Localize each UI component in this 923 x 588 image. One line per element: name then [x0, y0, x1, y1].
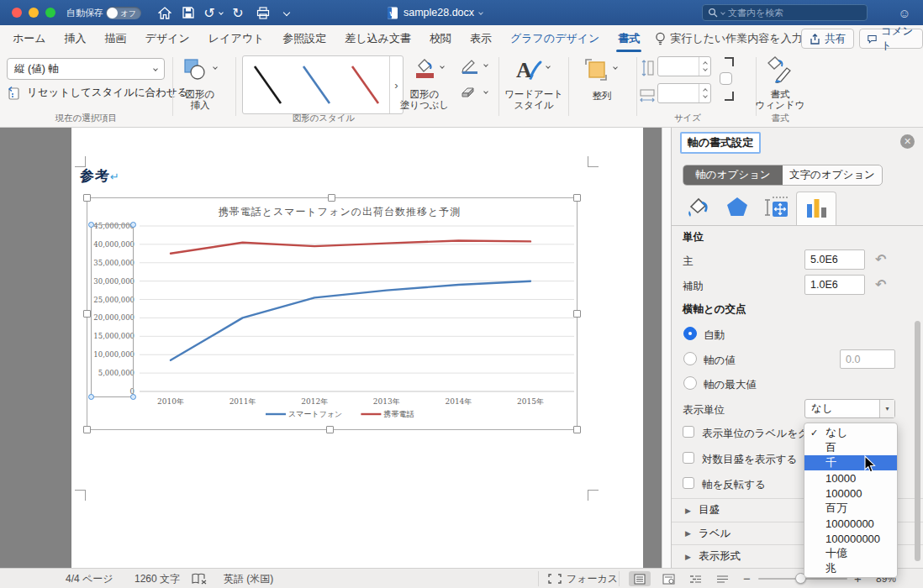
document-title-area[interactable]: W sample28.docx [387, 0, 483, 25]
height-spinner[interactable] [699, 57, 710, 76]
display-units-dropdown[interactable]: なし ▾ [804, 399, 895, 418]
axis-selection-handle[interactable] [88, 222, 94, 228]
log-scale-text[interactable]: 対数目盛を表示する [702, 453, 797, 467]
web-layout-view-icon[interactable] [657, 571, 679, 586]
major-unit-reset-icon[interactable]: ↶ [875, 251, 886, 267]
document-scrollbar[interactable] [662, 128, 671, 568]
reverse-order-text[interactable]: 軸を反転する [702, 478, 766, 492]
selection-handle[interactable] [573, 426, 581, 433]
width-spinner[interactable] [699, 84, 710, 102]
focus-button[interactable]: フォーカス [567, 569, 618, 588]
chart-element-select[interactable]: 縦 (値) 軸 [7, 58, 165, 80]
tab-axis-options[interactable]: 軸のオプション [683, 165, 783, 185]
menu-item-trillion[interactable]: 兆 [804, 561, 897, 576]
outline-view-icon[interactable] [684, 571, 706, 586]
tab-review[interactable]: 校閲 [430, 31, 451, 46]
auto-radio[interactable] [683, 327, 697, 340]
undo-icon[interactable]: ↺ [202, 3, 217, 22]
axis-selection-handle[interactable] [130, 222, 136, 228]
axis-selection-handle[interactable] [88, 394, 94, 400]
axis-value-input[interactable]: 0.0 [840, 349, 895, 369]
size-properties-icon[interactable] [764, 195, 789, 218]
tab-design[interactable]: デザイン [145, 31, 190, 46]
show-units-label-checkbox[interactable] [683, 426, 694, 438]
menu-item-million[interactable]: 百万 [804, 501, 897, 516]
auto-label[interactable]: 自動 [704, 328, 725, 343]
save-icon[interactable] [180, 3, 197, 22]
selection-handle[interactable] [573, 310, 581, 318]
zoom-window-button[interactable] [45, 8, 55, 18]
height-input[interactable] [657, 56, 711, 76]
proofing-icon[interactable] [192, 573, 207, 585]
axis-max-label[interactable]: 軸の最大値 [704, 378, 757, 392]
axis-max-radio[interactable] [683, 376, 697, 390]
search-input[interactable]: 文書内を検索 [702, 4, 868, 21]
tab-draw[interactable]: 描画 [105, 31, 127, 46]
tab-chart-design[interactable]: グラフのデザイン [510, 31, 599, 46]
reset-to-match-style-button[interactable]: リセットしてスタイルに合わせる [7, 86, 188, 100]
show-units-label-text[interactable]: 表示単位のラベルをグラ [702, 427, 820, 441]
axis-chart-icon[interactable] [804, 197, 830, 219]
page-indicator[interactable]: 4/4 ページ [66, 569, 113, 588]
zoom-out-button[interactable]: − [743, 569, 751, 588]
reverse-order-checkbox[interactable] [683, 477, 694, 489]
selection-handle[interactable] [83, 194, 91, 202]
menu-item-none[interactable]: ✓なし [804, 425, 897, 440]
effects-icon[interactable] [725, 195, 749, 218]
minor-unit-input[interactable]: 1.0E6 [804, 275, 865, 295]
close-window-button[interactable] [12, 8, 22, 18]
menu-item-thousand[interactable]: 千 [804, 455, 897, 470]
width-input[interactable] [657, 83, 711, 103]
selection-handle[interactable] [326, 426, 334, 433]
line-style-blue[interactable] [292, 56, 340, 113]
menu-item-billion[interactable]: 十億 [804, 546, 897, 561]
selection-handle[interactable] [83, 426, 91, 433]
language-indicator[interactable]: 英語 (米国) [224, 569, 273, 588]
selected-axis-outline[interactable] [91, 224, 134, 397]
home-icon[interactable] [156, 3, 173, 22]
selection-handle[interactable] [573, 194, 581, 202]
shape-style-gallery[interactable]: › [242, 55, 403, 114]
menu-item-hundred[interactable]: 百 [804, 440, 897, 455]
undo-chevron-icon[interactable] [217, 3, 225, 22]
chart[interactable]: 05,000,00010,000,00015,000,00020,000,000… [87, 198, 578, 431]
draft-view-icon[interactable] [711, 571, 733, 586]
menu-item-100000[interactable]: 100000 [804, 486, 897, 501]
minimize-window-button[interactable] [29, 8, 39, 18]
word-count[interactable]: 1260 文字 [134, 569, 180, 588]
feedback-smiley-icon[interactable]: ☺ [894, 3, 915, 22]
tab-text-options[interactable]: 文字のオプション [783, 165, 882, 185]
line-style-red[interactable] [340, 56, 389, 113]
redo-icon[interactable]: ↻ [230, 3, 245, 22]
selection-handle[interactable] [328, 194, 335, 202]
autosave-toggle[interactable]: オフ [106, 7, 141, 19]
tab-insert[interactable]: 挿入 [65, 31, 87, 46]
menu-item-10000000[interactable]: 10000000 [804, 516, 897, 531]
axis-selection-handle[interactable] [130, 394, 136, 400]
menu-item-100000000[interactable]: 100000000 [804, 531, 897, 546]
print-icon[interactable] [254, 3, 272, 22]
tab-format[interactable]: 書式 [618, 31, 640, 46]
axis-value-label[interactable]: 軸の値 [704, 354, 736, 368]
tab-references[interactable]: 参照設定 [282, 31, 326, 46]
major-unit-input[interactable]: 5.0E6 [804, 249, 865, 270]
tab-home[interactable]: ホーム [13, 31, 46, 46]
panel-title[interactable]: 軸の書式設定 [680, 132, 761, 154]
fill-line-icon[interactable] [687, 196, 710, 219]
document-canvas[interactable]: 参考↵ 05,000,00010,000,00015,000,00020,000… [0, 128, 671, 568]
selection-handle[interactable] [83, 310, 91, 318]
share-button[interactable]: 共有 [801, 29, 854, 49]
axis-value-radio[interactable] [683, 352, 697, 365]
panel-scrollbar[interactable] [915, 321, 920, 561]
tab-view[interactable]: 表示 [470, 31, 492, 46]
lock-aspect-checkbox[interactable] [720, 72, 732, 85]
chart-object[interactable]: 05,000,00010,000,00015,000,00020,000,000… [87, 197, 578, 430]
menu-item-10000[interactable]: 10000 [804, 470, 897, 486]
minor-unit-reset-icon[interactable]: ↶ [875, 276, 886, 292]
customize-toolbar-chevron-icon[interactable] [281, 3, 293, 22]
panel-close-icon[interactable]: ✕ [900, 134, 915, 149]
log-scale-checkbox[interactable] [683, 452, 694, 464]
comments-button[interactable]: コメント [859, 29, 923, 49]
tab-layout[interactable]: レイアウト [208, 31, 265, 46]
tab-mailings[interactable]: 差し込み文書 [345, 31, 411, 46]
